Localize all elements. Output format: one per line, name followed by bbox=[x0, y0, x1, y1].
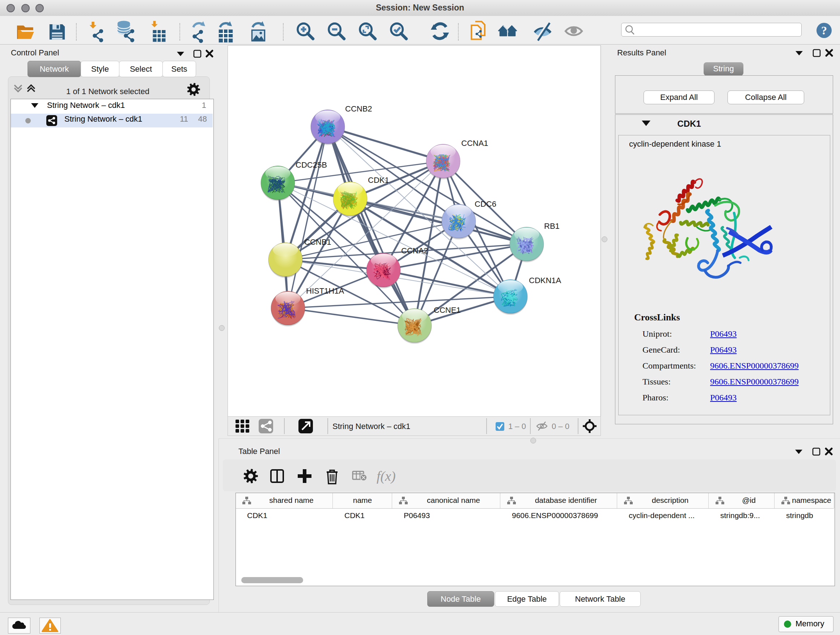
svg-text:CCNB2: CCNB2 bbox=[345, 104, 372, 113]
svg-text:CDKN1A: CDKN1A bbox=[529, 276, 561, 285]
svg-text:0 – 0: 0 – 0 bbox=[552, 422, 569, 431]
svg-text:HIST1H1A: HIST1H1A bbox=[306, 287, 344, 295]
svg-text:CCNE1: CCNE1 bbox=[434, 306, 461, 315]
svg-text:1 – 0: 1 – 0 bbox=[508, 422, 526, 431]
svg-text:CDC6: CDC6 bbox=[475, 200, 496, 209]
svg-text:String Network – cdk1: String Network – cdk1 bbox=[332, 422, 410, 431]
svg-text:CDC25B: CDC25B bbox=[295, 160, 327, 169]
svg-text:CCNB1: CCNB1 bbox=[304, 238, 332, 247]
svg-text:f(x): f(x) bbox=[377, 469, 396, 484]
svg-text:CCNA2: CCNA2 bbox=[401, 246, 428, 255]
svg-text:CDK1: CDK1 bbox=[368, 176, 389, 185]
svg-text:?: ? bbox=[821, 24, 827, 37]
svg-text:CCNA1: CCNA1 bbox=[461, 139, 488, 148]
svg-text:RB1: RB1 bbox=[544, 222, 560, 231]
